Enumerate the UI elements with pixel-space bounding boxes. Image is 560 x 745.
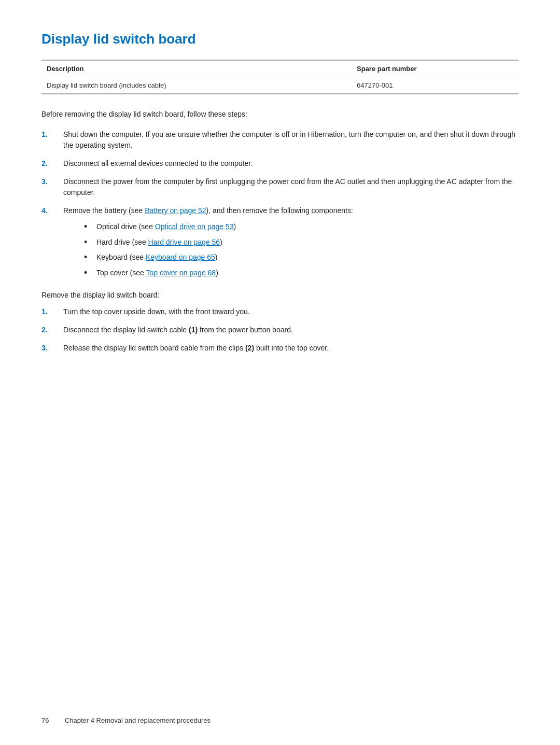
list-content: Shut down the computer. If you are unsur… [63,129,519,151]
list-content: Remove the battery (see Battery on page … [63,205,519,283]
bullet-dot: • [84,237,94,248]
list-item: 4.Remove the battery (see Battery on pag… [41,205,519,283]
remove-label: Remove the display lid switch board: [41,291,519,299]
bullet-list: •Optical drive (see Optical drive on pag… [84,221,519,278]
bullet-link[interactable]: Hard drive on page 56 [148,238,220,246]
remove-list: 1.Turn the top cover upside down, with t… [41,306,519,354]
footer-chapter: Chapter 4 Removal and replacement proced… [65,716,211,724]
table-cell-spare: 647270-001 [352,77,519,94]
list-content: Release the display lid switch board cab… [63,343,519,354]
footer-spacer [53,716,60,724]
list-item: •Optical drive (see Optical drive on pag… [84,221,519,233]
list-number: 4. [41,205,61,216]
intro-text: Before removing the display lid switch b… [41,109,519,120]
bullet-link[interactable]: Top cover on page 68 [146,269,216,277]
list-item: 1.Shut down the computer. If you are uns… [41,129,519,151]
list-item: 3.Disconnect the power from the computer… [41,176,519,198]
bullet-dot: • [84,221,94,233]
bullet-text: Optical drive (see Optical drive on page… [96,221,236,232]
list-content: Disconnect the display lid switch cable … [63,325,519,335]
bullet-dot: • [84,252,94,263]
list-number: 3. [41,343,61,354]
parts-table: Description Spare part number Display li… [41,60,519,94]
footer: 76 Chapter 4 Removal and replacement pro… [41,716,519,724]
list-content: Disconnect all external devices connecte… [63,158,519,169]
list-number: 2. [41,325,61,335]
bullet-text: Top cover (see Top cover on page 68) [96,268,218,278]
list-item: •Top cover (see Top cover on page 68) [84,268,519,279]
list-item: 3.Release the display lid switch board c… [41,343,519,354]
list-item: •Hard drive (see Hard drive on page 56) [84,237,519,248]
bullet-dot: • [84,268,94,279]
table-row: Display lid switch board (includes cable… [41,77,519,94]
bullet-text: Keyboard (see Keyboard on page 65) [96,252,218,263]
list-number: 3. [41,176,61,187]
bullet-link[interactable]: Optical drive on page 53 [155,222,234,231]
link-battery[interactable]: Battery on page 52 [145,206,206,215]
table-cell-description: Display lid switch board (includes cable… [41,77,352,94]
list-number: 1. [41,306,61,317]
prereq-list: 1.Shut down the computer. If you are uns… [41,129,519,283]
list-item: 1.Turn the top cover upside down, with t… [41,306,519,317]
list-number: 1. [41,129,61,140]
table-header-description: Description [41,60,352,77]
list-content: Disconnect the power from the computer b… [63,176,519,198]
list-number: 2. [41,158,61,169]
table-header-spare: Spare part number [352,60,519,77]
bold-text: (2) [245,344,254,352]
list-item: 2.Disconnect the display lid switch cabl… [41,325,519,335]
footer-page: 76 [41,716,49,724]
list-content: Turn the top cover upside down, with the… [63,306,519,317]
list-item: 2.Disconnect all external devices connec… [41,158,519,169]
bullet-text: Hard drive (see Hard drive on page 56) [96,237,222,248]
list-item: •Keyboard (see Keyboard on page 65) [84,252,519,263]
bold-text: (1) [189,326,198,334]
page-title: Display lid switch board [41,31,519,47]
bullet-link[interactable]: Keyboard on page 65 [146,253,215,261]
